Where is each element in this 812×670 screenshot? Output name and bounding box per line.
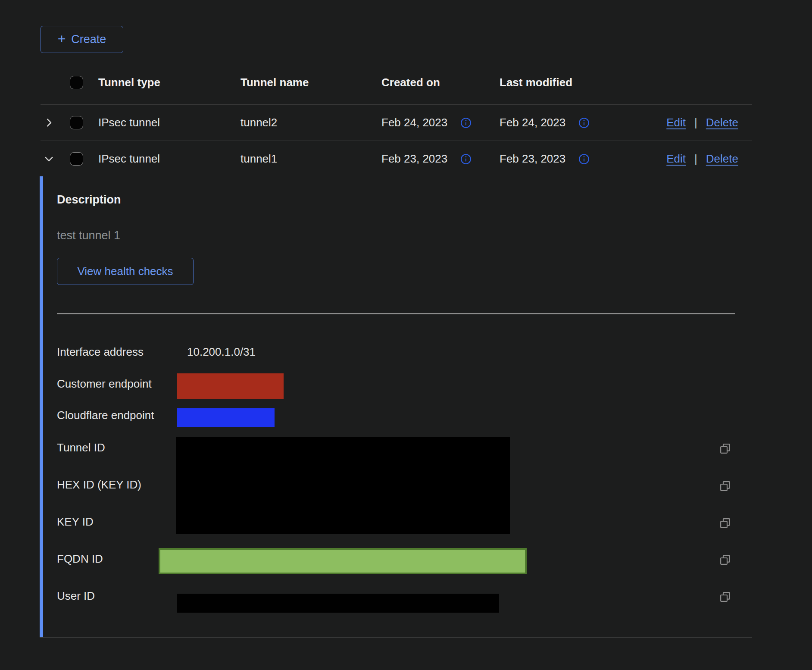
last-modified-value: Feb 23, 2023 bbox=[500, 152, 565, 166]
field-label-customer-endpoint: Customer endpoint bbox=[57, 377, 152, 391]
tunnel-type-cell: IPsec tunnel bbox=[98, 152, 240, 166]
field-value-interface-address: 10.200.1.0/31 bbox=[187, 345, 256, 359]
column-header-last-modified: Last modified bbox=[500, 76, 612, 89]
chevron-down-icon[interactable] bbox=[43, 153, 55, 165]
select-all-checkbox[interactable] bbox=[70, 76, 83, 89]
table-header-row: Tunnel type Tunnel name Created on Last … bbox=[41, 60, 752, 105]
create-button-label: Create bbox=[71, 33, 106, 46]
create-button[interactable]: + Create bbox=[41, 26, 123, 53]
edit-link[interactable]: Edit bbox=[666, 152, 686, 166]
info-icon[interactable] bbox=[578, 117, 590, 128]
tunnel-row-tunnel2: IPsec tunnel tunnel2 Feb 24, 2023 Feb 24… bbox=[41, 105, 752, 141]
expanded-row-accent-bar bbox=[40, 176, 43, 637]
copy-icon bbox=[718, 553, 732, 567]
chevron-right-icon[interactable] bbox=[43, 117, 55, 128]
delete-link[interactable]: Delete bbox=[706, 116, 738, 129]
info-icon[interactable] bbox=[460, 117, 472, 128]
actions-separator: | bbox=[694, 152, 697, 166]
view-health-checks-button[interactable]: View health checks bbox=[57, 258, 194, 285]
redacted-cloudflare-endpoint-value bbox=[177, 408, 275, 427]
column-header-created-on: Created on bbox=[381, 76, 500, 89]
tunnel-name-cell: tunnel1 bbox=[240, 152, 381, 166]
column-header-tunnel-type: Tunnel type bbox=[98, 76, 240, 89]
field-label-fqdn-id: FQDN ID bbox=[57, 552, 103, 566]
created-on-value: Feb 23, 2023 bbox=[381, 152, 447, 166]
field-label-key-id: KEY ID bbox=[57, 515, 94, 529]
view-health-checks-label: View health checks bbox=[77, 265, 173, 278]
field-label-cloudflare-endpoint: Cloudflare endpoint bbox=[57, 409, 154, 422]
copy-key-id-button[interactable] bbox=[717, 515, 733, 531]
redacted-fqdn-id-value bbox=[159, 548, 527, 574]
delete-link[interactable]: Delete bbox=[706, 152, 738, 166]
field-label-interface-address: Interface address bbox=[57, 345, 144, 359]
copy-user-id-button[interactable] bbox=[717, 589, 733, 604]
row-checkbox[interactable] bbox=[70, 152, 83, 166]
section-divider bbox=[57, 313, 735, 314]
field-label-tunnel-id: Tunnel ID bbox=[57, 441, 105, 454]
last-modified-value: Feb 24, 2023 bbox=[500, 116, 565, 129]
copy-hex-id-button[interactable] bbox=[717, 478, 733, 494]
column-header-tunnel-name: Tunnel name bbox=[240, 76, 381, 89]
created-on-value: Feb 24, 2023 bbox=[381, 116, 447, 129]
info-icon[interactable] bbox=[460, 153, 472, 165]
field-label-user-id: User ID bbox=[57, 589, 95, 603]
description-value: test tunnel 1 bbox=[57, 229, 120, 242]
copy-icon bbox=[718, 479, 732, 493]
copy-fqdn-id-button[interactable] bbox=[717, 552, 733, 567]
redacted-customer-endpoint-value bbox=[177, 373, 284, 399]
tunnel-row-tunnel1: IPsec tunnel tunnel1 Feb 23, 2023 Feb 23… bbox=[41, 141, 752, 177]
tunnels-table: Tunnel type Tunnel name Created on Last … bbox=[41, 60, 752, 177]
tunnel-name-cell: tunnel2 bbox=[240, 116, 381, 129]
row-checkbox[interactable] bbox=[70, 116, 83, 129]
plus-icon: + bbox=[58, 32, 66, 46]
field-label-hex-id: HEX ID (KEY ID) bbox=[57, 478, 141, 492]
copy-icon bbox=[718, 442, 732, 455]
copy-icon bbox=[718, 590, 732, 604]
redacted-user-id-value bbox=[177, 594, 499, 613]
info-icon[interactable] bbox=[578, 153, 590, 165]
description-label: Description bbox=[57, 193, 121, 207]
copy-icon bbox=[718, 517, 732, 530]
redacted-tunnel-hex-key-id-values bbox=[176, 437, 510, 534]
edit-link[interactable]: Edit bbox=[666, 116, 686, 129]
copy-tunnel-id-button[interactable] bbox=[717, 441, 733, 456]
tunnel-type-cell: IPsec tunnel bbox=[98, 116, 240, 129]
actions-separator: | bbox=[694, 116, 697, 129]
table-bottom-border bbox=[40, 637, 752, 638]
